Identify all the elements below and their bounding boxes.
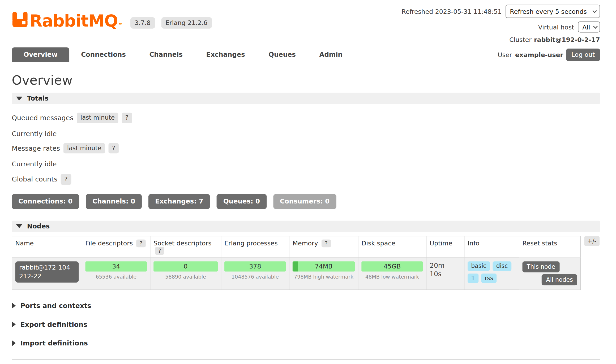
- virtual-host-select[interactable]: All: [578, 21, 600, 32]
- user-name: example-user: [515, 51, 563, 58]
- import-definitions-section[interactable]: Import definitions: [12, 339, 600, 347]
- chevron-down-icon: [592, 8, 597, 13]
- bar-value: 45GB: [384, 263, 401, 270]
- uptime-value: 20m: [430, 262, 461, 270]
- nodes-title: Nodes: [27, 223, 50, 230]
- node-name-cell: rabbit@172-104-212-22: [12, 257, 82, 290]
- reset-all-nodes-button[interactable]: All nodes: [542, 274, 577, 285]
- totals-title: Totals: [27, 95, 49, 102]
- column-header-erlang-processes: Erlang processes: [221, 236, 289, 257]
- version-badge: 3.7.8: [130, 17, 155, 29]
- global-counts-row: Connections: 0 Channels: 0 Exchanges: 7 …: [12, 194, 600, 209]
- column-header-memory: Memory ?: [289, 236, 358, 257]
- expand-triangle-icon: [12, 321, 16, 328]
- column-header-disk-space: Disk space: [358, 236, 426, 257]
- memory-watermark: 798MB high watermark: [293, 274, 355, 280]
- queued-messages-label: Queued messages: [12, 114, 73, 122]
- user-label: User: [498, 51, 512, 58]
- exchanges-count-button[interactable]: Exchanges: 7: [148, 194, 210, 209]
- column-header-uptime: Uptime: [426, 236, 464, 257]
- file-descriptors-available: 65536 available: [85, 274, 147, 280]
- refreshed-timestamp: Refreshed 2023-05-31 11:48:51: [402, 8, 502, 15]
- help-icon[interactable]: ?: [322, 239, 331, 248]
- header-right: Refreshed 2023-05-31 11:48:51 Refresh ev…: [402, 5, 600, 44]
- erlang-version-badge: Erlang 21.2.6: [161, 17, 212, 29]
- global-counts-label: Global counts: [12, 175, 57, 183]
- footer-divider: [12, 359, 600, 360]
- nodes-section-header[interactable]: Nodes: [12, 220, 600, 232]
- memory-used-fill: [293, 262, 298, 272]
- socket-descriptors-bar: 0: [153, 262, 218, 272]
- section-title: Ports and contexts: [20, 302, 91, 310]
- tab-overview[interactable]: Overview: [12, 47, 69, 62]
- rates-range-badge[interactable]: last minute: [63, 143, 105, 153]
- refresh-interval-select[interactable]: Refresh every 5 seconds: [506, 5, 600, 18]
- column-toggle-button[interactable]: +/-: [584, 236, 600, 246]
- tab-exchanges[interactable]: Exchanges: [194, 47, 257, 62]
- trademark-symbol: ™: [119, 23, 123, 28]
- brand: RabbitMQ™ 3.7.8 Erlang 21.2.6: [12, 10, 212, 29]
- column-label: Socket descriptors: [153, 239, 211, 247]
- expand-triangle-icon: [12, 340, 16, 346]
- totals-section-header[interactable]: Totals: [12, 93, 600, 104]
- file-descriptors-cell: 34 65536 available: [82, 257, 150, 290]
- message-rates-label: Message rates: [12, 144, 60, 152]
- bar-value: 74MB: [315, 263, 333, 270]
- tab-channels[interactable]: Channels: [138, 47, 194, 62]
- section-title: Export definitions: [20, 320, 87, 328]
- ports-and-contexts-section[interactable]: Ports and contexts: [12, 302, 600, 310]
- queues-count-button[interactable]: Queues: 0: [217, 194, 267, 209]
- consumers-count-button[interactable]: Consumers: 0: [273, 194, 336, 209]
- erlang-processes-available: 1048576 available: [224, 274, 286, 280]
- collapse-triangle-icon: [16, 224, 22, 228]
- rabbitmq-logo-icon: [12, 10, 28, 29]
- info-badge-basic: basic: [468, 262, 490, 271]
- cluster-name: rabbit@192-0-2-17: [534, 36, 600, 44]
- help-icon[interactable]: ?: [155, 247, 164, 255]
- nodes-table: Name File descriptors ? Socket descripto…: [12, 236, 581, 290]
- erlang-processes-cell: 378 1048576 available: [221, 257, 289, 290]
- queued-idle-text: Currently idle: [12, 130, 600, 137]
- tab-connections[interactable]: Connections: [69, 47, 138, 62]
- help-icon[interactable]: ?: [61, 174, 71, 185]
- virtual-host-value: All: [582, 23, 590, 31]
- main-content: Overview Totals Queued messages last min…: [0, 72, 616, 364]
- column-label: Disk space: [361, 239, 395, 247]
- info-badge-count: 1: [468, 274, 478, 283]
- column-label: Name: [15, 239, 34, 247]
- column-label: File descriptors: [85, 239, 133, 247]
- column-label: Reset stats: [523, 239, 557, 247]
- column-header-file-descriptors: File descriptors ?: [82, 236, 150, 257]
- queued-range-badge[interactable]: last minute: [77, 113, 118, 123]
- column-label: Memory: [293, 239, 318, 247]
- memory-cell: 74MB 798MB high watermark: [289, 257, 358, 290]
- memory-bar: 74MB: [293, 262, 355, 272]
- rates-idle-text: Currently idle: [12, 160, 600, 168]
- help-icon[interactable]: ?: [136, 239, 146, 248]
- reset-this-node-button[interactable]: This node: [523, 262, 560, 272]
- connections-count-button[interactable]: Connections: 0: [12, 194, 79, 209]
- help-icon[interactable]: ?: [108, 143, 119, 153]
- column-label: Info: [468, 239, 480, 247]
- bar-value: 0: [184, 263, 188, 270]
- node-name-badge[interactable]: rabbit@172-104-212-22: [15, 262, 79, 282]
- export-definitions-section[interactable]: Export definitions: [12, 320, 600, 328]
- column-label: Erlang processes: [224, 239, 278, 247]
- user-area: User example-user Log out: [498, 49, 600, 61]
- logout-button[interactable]: Log out: [566, 49, 600, 61]
- column-header-socket-descriptors: Socket descriptors ?: [150, 236, 221, 257]
- collapse-triangle-icon: [16, 97, 22, 101]
- socket-descriptors-cell: 0 58890 available: [150, 257, 221, 290]
- brand-name: RabbitMQ: [30, 11, 118, 31]
- tab-admin[interactable]: Admin: [307, 47, 354, 62]
- help-icon[interactable]: ?: [122, 113, 132, 123]
- channels-count-button[interactable]: Channels: 0: [86, 194, 142, 209]
- virtual-host-label: Virtual host: [538, 23, 574, 31]
- rabbitmq-management-page: RabbitMQ™ 3.7.8 Erlang 21.2.6 Refreshed …: [0, 0, 616, 364]
- bar-value: 378: [249, 263, 261, 270]
- column-label: Uptime: [430, 239, 452, 247]
- info-cell: basic disc 1 rss: [464, 257, 519, 290]
- tab-queues[interactable]: Queues: [257, 47, 307, 62]
- cluster-label: Cluster: [509, 36, 532, 44]
- bar-value: 34: [112, 263, 120, 270]
